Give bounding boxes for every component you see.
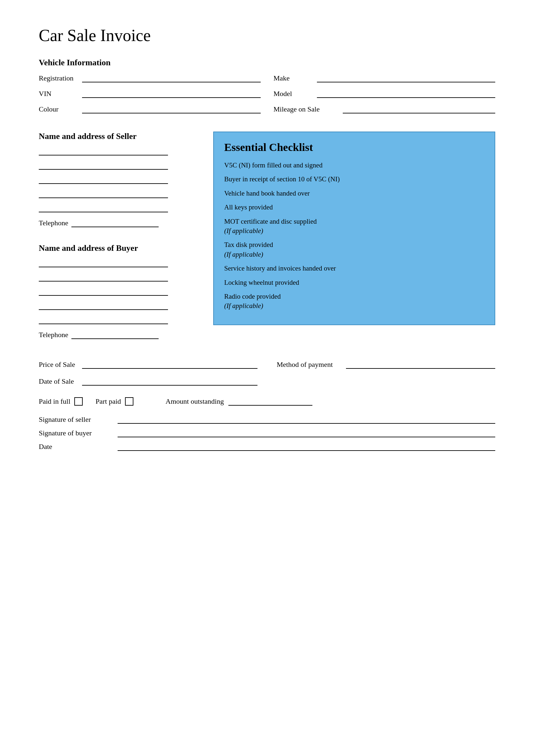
payment-field: Method of payment <box>277 359 496 371</box>
signatures-section: Signature of seller Signature of buyer D… <box>39 415 495 451</box>
checklist-item-9: Radio code provided(If applicable) <box>224 292 484 311</box>
buyer-sig-label: Signature of buyer <box>39 429 113 437</box>
bottom-section: Price of Sale Method of payment Date of … <box>39 359 495 451</box>
date-label: Date of Sale <box>39 377 78 386</box>
buyer-address-line-5[interactable] <box>39 315 168 324</box>
part-paid-item: Part paid <box>96 397 134 406</box>
date-sig-input[interactable] <box>117 444 495 451</box>
mileage-label: Mileage on Sale <box>274 105 338 114</box>
price-date-row: Price of Sale Method of payment Date of … <box>39 359 495 388</box>
amount-outstanding-label: Amount outstanding <box>166 397 224 406</box>
date-sig-label: Date <box>39 443 113 451</box>
seller-section: Name and address of Seller Telephone <box>39 132 194 227</box>
checklist-box: Essential Checklist V5C (NI) form filled… <box>213 132 495 325</box>
vehicle-grid: Registration Make VIN Model Colour Milea… <box>39 72 495 115</box>
seller-address-lines <box>39 147 194 212</box>
buyer-address-line-1[interactable] <box>39 258 168 267</box>
right-column: Essential Checklist V5C (NI) form filled… <box>213 132 495 342</box>
checklist-item-5: MOT certificate and disc supplied(If app… <box>224 217 484 236</box>
price-input[interactable] <box>82 362 258 369</box>
part-paid-checkbox[interactable] <box>125 397 134 406</box>
model-field: Model <box>274 88 496 100</box>
registration-label: Registration <box>39 74 78 82</box>
paid-full-checkbox[interactable] <box>74 397 83 406</box>
buyer-address-line-2[interactable] <box>39 273 168 282</box>
buyer-sig-row: Signature of buyer <box>39 429 495 437</box>
paid-full-item: Paid in full <box>39 397 83 406</box>
seller-address-line-4[interactable] <box>39 189 168 198</box>
buyer-address-line-3[interactable] <box>39 287 168 296</box>
colour-field: Colour <box>39 103 261 115</box>
seller-sig-input[interactable] <box>117 417 495 424</box>
checklist-item-4: All keys provided <box>224 202 484 212</box>
date-input[interactable] <box>82 378 258 386</box>
buyer-address-lines <box>39 258 194 324</box>
price-label: Price of Sale <box>39 361 78 369</box>
checklist-title: Essential Checklist <box>224 141 484 153</box>
seller-section-title: Name and address of Seller <box>39 132 194 141</box>
vin-label: VIN <box>39 90 78 98</box>
paid-full-label: Paid in full <box>39 397 70 406</box>
checklist-item-1: V5C (NI) form filled out and signed <box>224 161 484 170</box>
vin-field: VIN <box>39 88 261 100</box>
make-field: Make <box>274 72 496 84</box>
colour-label: Colour <box>39 105 78 114</box>
checklist-item-6: Tax disk provided(If applicable) <box>224 240 484 259</box>
buyer-address-line-4[interactable] <box>39 301 168 310</box>
paid-row: Paid in full Part paid Amount outstandin… <box>39 397 495 406</box>
payment-input[interactable] <box>346 362 496 369</box>
seller-address-line-2[interactable] <box>39 161 168 170</box>
buyer-sig-input[interactable] <box>117 430 495 437</box>
seller-address-line-1[interactable] <box>39 147 168 155</box>
seller-sig-label: Signature of seller <box>39 415 113 424</box>
mileage-input[interactable] <box>343 106 496 114</box>
checklist-item-3: Vehicle hand book handed over <box>224 189 484 198</box>
checklist-item-7: Service history and invoices handed over <box>224 264 484 273</box>
vin-input[interactable] <box>82 91 261 98</box>
page-title: Car Sale Invoice <box>39 26 495 45</box>
seller-telephone-label: Telephone <box>39 219 68 227</box>
payment-label: Method of payment <box>277 361 342 369</box>
model-input[interactable] <box>317 91 496 98</box>
date-sig-row: Date <box>39 443 495 451</box>
main-content: Name and address of Seller Telephone Nam… <box>39 132 495 342</box>
make-label: Make <box>274 74 312 82</box>
seller-telephone-input[interactable] <box>71 220 159 227</box>
vehicle-info-section: Vehicle Information Registration Make VI… <box>39 58 495 115</box>
colour-input[interactable] <box>82 106 261 114</box>
vehicle-section-title: Vehicle Information <box>39 58 495 68</box>
part-paid-label: Part paid <box>96 397 121 406</box>
make-input[interactable] <box>317 75 496 82</box>
amount-outstanding-input[interactable] <box>228 398 312 406</box>
buyer-telephone-label: Telephone <box>39 331 68 339</box>
mileage-field: Mileage on Sale <box>274 103 496 115</box>
date-field: Date of Sale <box>39 375 258 388</box>
seller-sig-row: Signature of seller <box>39 415 495 424</box>
price-field: Price of Sale <box>39 359 258 371</box>
checklist-item-2: Buyer in receipt of section 10 of V5C (N… <box>224 175 484 184</box>
seller-address-line-5[interactable] <box>39 203 168 212</box>
buyer-section: Name and address of Buyer Telephone <box>39 243 194 339</box>
left-column: Name and address of Seller Telephone Nam… <box>39 132 194 342</box>
registration-input[interactable] <box>82 75 261 82</box>
checklist-item-8: Locking wheelnut provided <box>224 278 484 287</box>
seller-telephone-row: Telephone <box>39 219 194 227</box>
amount-outstanding-field: Amount outstanding <box>166 397 312 406</box>
seller-address-line-3[interactable] <box>39 175 168 184</box>
registration-field: Registration <box>39 72 261 84</box>
buyer-telephone-row: Telephone <box>39 331 194 339</box>
buyer-telephone-input[interactable] <box>71 332 159 339</box>
buyer-section-title: Name and address of Buyer <box>39 243 194 253</box>
model-label: Model <box>274 90 312 98</box>
